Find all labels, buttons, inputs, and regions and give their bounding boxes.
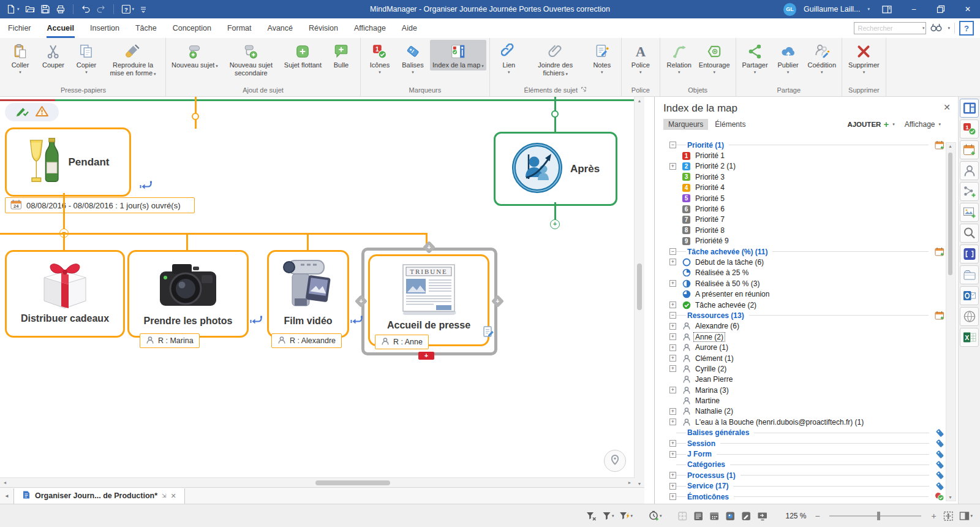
emoji-icon[interactable] — [935, 492, 944, 501]
help-button[interactable]: ? — [959, 21, 974, 36]
dropdown-chevron-icon[interactable]: ▾ — [593, 69, 611, 75]
customize-toolbar-icon[interactable] — [140, 5, 147, 13]
connector-node[interactable] — [551, 110, 559, 118]
schedule-view-button[interactable] — [709, 511, 720, 521]
tag-icon[interactable] — [935, 439, 944, 448]
balises-button[interactable]: Balises▾ — [397, 40, 429, 75]
marker-icons-button[interactable]: 1 — [960, 119, 979, 138]
tree-item-a-presenter-en-reunion[interactable]: +A présenter en réunion — [661, 289, 944, 299]
user-menu-chevron-icon[interactable]: ▾ — [867, 7, 870, 12]
location-pin-button[interactable] — [604, 450, 626, 472]
add-topic-handle-right[interactable]: + — [491, 295, 504, 308]
scroll-left-icon[interactable]: ◄ — [0, 480, 10, 485]
tab-revision[interactable]: Révision — [301, 18, 346, 38]
expand-toggle[interactable]: − — [669, 312, 676, 319]
tab-avance[interactable]: Avancé — [260, 18, 301, 38]
tab-fichier[interactable]: Fichier — [0, 18, 39, 38]
tag-icon[interactable] — [935, 471, 944, 480]
tab-elements[interactable]: Éléments — [710, 119, 750, 130]
add-plus-icon[interactable]: + — [883, 121, 889, 128]
tab-conception[interactable]: Conception — [165, 18, 219, 38]
close-tab-icon[interactable]: ✕ — [171, 492, 176, 500]
map-index-panel-button[interactable] — [960, 99, 979, 118]
expand-toggle[interactable]: + — [669, 163, 676, 170]
sujet-flottant-button[interactable]: Sujet flottant — [282, 40, 324, 70]
expand-toggle[interactable]: + — [669, 408, 676, 415]
nouveau-sujet-button[interactable]: Nouveau sujet▾ — [169, 40, 221, 70]
tree-item-prioriete-9[interactable]: +9Prioriété 9 — [661, 236, 944, 246]
tab-insertion[interactable]: Insertion — [82, 18, 127, 38]
tree-item-priorite-2-1[interactable]: +2Priorité 2 (1) — [661, 161, 944, 172]
user-name[interactable]: Guillaume Laill... — [804, 5, 860, 13]
scroll-down-icon[interactable]: ▼ — [635, 482, 644, 486]
scroll-right-icon[interactable]: ► — [625, 480, 635, 485]
zoom-in-button[interactable]: + — [929, 511, 938, 521]
outline-view-button[interactable] — [693, 511, 704, 521]
power-filter-button[interactable]: ▾ — [619, 511, 633, 521]
scroll-up-icon[interactable]: ▲ — [946, 144, 954, 148]
view-chevron-icon[interactable]: ▾ — [938, 122, 941, 127]
expand-toggle[interactable]: + — [669, 365, 676, 372]
coller-button[interactable]: Coller▾ — [4, 40, 36, 75]
topic-film-video[interactable]: Film vidéo — [267, 250, 349, 338]
tag-icon[interactable] — [935, 460, 944, 469]
calendar-icon[interactable] — [935, 247, 944, 256]
resource-badge-marina[interactable]: R : Marina — [140, 333, 200, 348]
topic-distribuer-cadeaux[interactable]: Distribuer cadeaux — [5, 250, 125, 338]
expand-toggle[interactable]: + — [669, 259, 676, 265]
new-document-chevron-icon[interactable]: ▾ — [17, 7, 20, 12]
tag-icon[interactable] — [935, 482, 944, 491]
publier-button[interactable]: Publier▾ — [772, 40, 804, 75]
filter-chevron-icon[interactable]: ▾ — [612, 514, 614, 518]
filter-button[interactable]: ▾ — [602, 511, 614, 521]
filter-clear-button[interactable] — [586, 511, 597, 521]
tree-header-service-17[interactable]: +Service (17) — [661, 481, 944, 491]
dropdown-chevron-icon[interactable]: ▾ — [154, 72, 156, 76]
zoom-slider-thumb[interactable] — [877, 512, 880, 520]
dropdown-chevron-icon[interactable]: ▾ — [481, 64, 484, 68]
tree-item-priorite-3[interactable]: +3Priorité 3 — [661, 172, 944, 182]
copier-button[interactable]: Copier▾ — [70, 40, 102, 75]
expand-toggle[interactable]: + — [669, 301, 676, 308]
print-icon[interactable] — [56, 4, 66, 14]
layout-panels-chevron-icon[interactable]: ▾ — [970, 514, 973, 518]
dropdown-chevron-icon[interactable]: ▾ — [699, 69, 730, 75]
tree-item-priorite-1[interactable]: +1Priorité 1 — [661, 150, 944, 161]
scrollbar-thumb[interactable] — [637, 264, 642, 310]
dropdown-chevron-icon[interactable]: ▾ — [777, 69, 798, 75]
connector-node[interactable] — [192, 113, 199, 120]
web-button[interactable] — [960, 307, 979, 326]
scrollbar-thumb[interactable] — [948, 153, 952, 275]
icons-view-button[interactable] — [725, 511, 736, 521]
outlook-button[interactable] — [960, 286, 979, 305]
tree-header-ressources-13[interactable]: −Ressources (13) — [661, 310, 944, 320]
dialog-launcher-icon[interactable] — [581, 86, 587, 94]
expand-toggle[interactable]: + — [669, 344, 676, 351]
layout-panels-button[interactable]: ▾ — [959, 511, 973, 521]
expand-toggle[interactable]: + — [669, 355, 676, 362]
tree-item-realisee-a-25[interactable]: +Réalisée à 25 % — [661, 268, 944, 278]
icones-button[interactable]: 1Icônes▾ — [364, 40, 396, 75]
dropdown-chevron-icon[interactable]: ▾ — [808, 69, 836, 75]
zoom-out-button[interactable]: − — [813, 511, 821, 521]
restore-button[interactable] — [931, 0, 951, 18]
expand-toggle[interactable]: + — [669, 323, 676, 330]
dropdown-chevron-icon[interactable]: ▾ — [565, 72, 568, 76]
calendar-icon[interactable] — [935, 311, 944, 320]
relation-button[interactable]: Relation▾ — [663, 40, 695, 75]
tree-item-priorite-4[interactable]: +4Priorité 4 — [661, 183, 944, 193]
zoom-fit-button[interactable] — [943, 511, 954, 521]
image-library-button[interactable] — [960, 203, 979, 222]
capture-button[interactable] — [960, 245, 979, 264]
dropdown-chevron-icon[interactable]: ▾ — [667, 69, 692, 75]
tree-header-categories[interactable]: +Catégories — [661, 460, 944, 470]
couper-button[interactable]: Couper — [37, 40, 69, 70]
tab-tache[interactable]: Tâche — [127, 18, 165, 38]
dropdown-chevron-icon[interactable]: ▾ — [742, 69, 767, 75]
s-arrow-icon[interactable] — [249, 315, 263, 329]
topic-apres[interactable]: Après — [494, 132, 617, 206]
binoculars-chevron-icon[interactable]: ▾ — [948, 26, 950, 31]
tab-aide[interactable]: Aide — [394, 18, 425, 38]
panel-close-icon[interactable]: ✕ — [943, 102, 951, 112]
tree-item-tache-achevee-2[interactable]: +Tâche achevée (2) — [661, 300, 944, 310]
